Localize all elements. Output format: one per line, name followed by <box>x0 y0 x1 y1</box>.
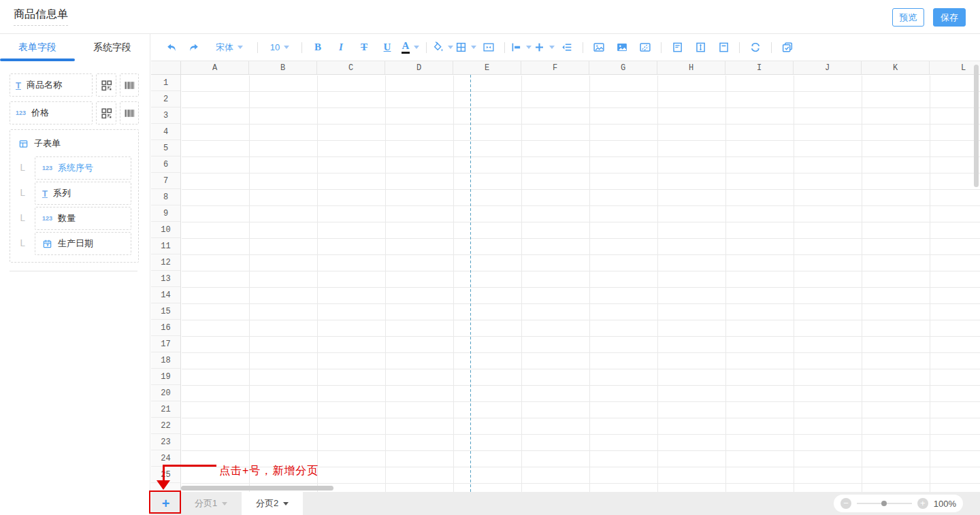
font-color-button[interactable]: A <box>399 34 422 61</box>
column-header[interactable]: H <box>657 61 725 74</box>
undo-button[interactable] <box>159 34 182 61</box>
sheet-tab-2[interactable]: 分页2 <box>242 492 303 515</box>
qrcode-button[interactable] <box>96 101 116 124</box>
row-header[interactable]: 13 <box>151 271 180 287</box>
spreadsheet-canvas: A B C D E F G H I J K L 1 2 3 <box>151 61 980 492</box>
batch-select-button[interactable] <box>776 34 799 61</box>
paint-bucket-icon <box>432 41 444 53</box>
row-header[interactable]: 23 <box>151 434 180 450</box>
strikethrough-button[interactable]: T <box>353 34 376 61</box>
subform-icon <box>18 139 29 149</box>
row-header[interactable]: 1 <box>151 75 180 91</box>
chevron-down-icon <box>549 46 555 49</box>
toolbar-separator <box>661 42 662 53</box>
row-height-button[interactable] <box>689 34 712 61</box>
row-header[interactable]: 5 <box>151 140 180 156</box>
row-header[interactable]: 4 <box>151 124 180 140</box>
refresh-button[interactable] <box>744 34 767 61</box>
fill-color-button[interactable] <box>431 34 454 61</box>
field-item-price[interactable]: 123 价格 <box>10 101 93 124</box>
italic-button[interactable]: I <box>329 34 353 61</box>
bold-button[interactable]: B <box>306 34 329 61</box>
font-family-select[interactable]: 宋体 <box>206 34 253 61</box>
column-header[interactable]: E <box>453 61 521 74</box>
vertical-scrollbar[interactable] <box>974 65 979 187</box>
copy-check-icon <box>781 41 794 53</box>
zoom-slider[interactable] <box>857 503 912 504</box>
row-header[interactable]: 17 <box>151 336 180 352</box>
row-header[interactable]: 12 <box>151 254 180 271</box>
column-header[interactable]: K <box>862 61 930 74</box>
row-header[interactable]: 10 <box>151 222 180 238</box>
row-header[interactable]: 20 <box>151 385 180 401</box>
watermark-button[interactable] <box>634 34 657 61</box>
annotation-arrowhead-icon <box>157 480 170 490</box>
row-header[interactable]: 16 <box>151 320 180 336</box>
column-header[interactable]: J <box>794 61 862 74</box>
horizontal-align-button[interactable] <box>509 34 532 61</box>
merge-cells-button[interactable] <box>477 34 500 61</box>
column-header[interactable]: I <box>725 61 794 74</box>
annotation-text: 点击+号，新增分页 <box>219 464 318 478</box>
save-button[interactable]: 保存 <box>933 8 966 27</box>
row-header[interactable]: 6 <box>151 156 180 173</box>
row-header[interactable]: 11 <box>151 238 180 254</box>
column-header[interactable]: F <box>521 61 589 74</box>
toolbar-separator <box>583 42 583 53</box>
grid-corner-cell[interactable] <box>151 61 181 75</box>
sheet-tab-bar: + 分页1 分页2 − + 100% <box>151 492 980 515</box>
borders-button[interactable] <box>454 34 477 61</box>
zoom-out-button[interactable]: − <box>840 498 851 509</box>
chevron-down-icon <box>448 46 453 49</box>
field-item-serial-number[interactable]: 123 系统序号 <box>35 156 131 180</box>
page-header-settings-button[interactable] <box>666 34 689 61</box>
barcode-button[interactable] <box>120 101 139 124</box>
zoom-in-button[interactable]: + <box>917 498 928 509</box>
column-header[interactable]: G <box>589 61 657 74</box>
field-item-quantity[interactable]: 123 数量 <box>35 207 131 230</box>
column-header[interactable]: A <box>181 61 249 74</box>
row-header[interactable]: 8 <box>151 189 180 205</box>
toolbar-separator <box>504 42 505 53</box>
redo-icon <box>189 41 200 53</box>
tab-system-fields[interactable]: 系统字段 <box>75 34 150 61</box>
indent-button[interactable] <box>555 34 578 61</box>
row-header[interactable]: 18 <box>151 352 180 369</box>
redo-button[interactable] <box>182 34 206 61</box>
zoom-slider-handle[interactable] <box>881 501 887 506</box>
field-item-series[interactable]: T 系列 <box>35 182 131 205</box>
row-header[interactable]: 7 <box>151 173 180 189</box>
field-item-product-name[interactable]: T 商品名称 <box>10 73 93 97</box>
column-header[interactable]: L <box>930 61 980 74</box>
preview-button[interactable]: 预览 <box>892 8 924 27</box>
row-header[interactable]: 9 <box>151 205 180 222</box>
row-header[interactable]: 19 <box>151 369 180 385</box>
font-size-select[interactable]: 10 <box>262 34 297 61</box>
vertical-align-button[interactable] <box>532 34 555 61</box>
field-item-production-date[interactable]: 生产日期 <box>35 232 131 255</box>
underline-button[interactable]: U <box>376 34 399 61</box>
column-header[interactable]: C <box>317 61 385 74</box>
sheet-tab-1[interactable]: 分页1 <box>180 492 242 515</box>
insert-image-button[interactable] <box>587 34 610 61</box>
watermark-icon <box>639 41 651 53</box>
grid-cells[interactable] <box>182 76 980 492</box>
horizontal-scrollbar[interactable] <box>181 486 333 491</box>
annotation-line-horizontal <box>163 465 216 467</box>
row-header[interactable]: 14 <box>151 287 180 303</box>
column-header[interactable]: D <box>385 61 453 74</box>
tab-form-fields[interactable]: 表单字段 <box>0 34 75 61</box>
row-header[interactable]: 22 <box>151 418 180 434</box>
barcode-button[interactable] <box>120 73 139 97</box>
chevron-down-icon <box>283 502 289 505</box>
qrcode-button[interactable] <box>96 73 116 97</box>
header-actions: 预览 保存 <box>892 8 966 27</box>
page-footer-settings-button[interactable] <box>712 34 735 61</box>
row-header[interactable]: 3 <box>151 107 180 124</box>
column-header[interactable]: B <box>249 61 317 74</box>
subform-child-row: L 123 系统序号 <box>17 156 131 180</box>
row-header[interactable]: 15 <box>151 303 180 320</box>
row-header[interactable]: 2 <box>151 91 180 107</box>
background-image-button[interactable] <box>610 34 634 61</box>
row-header[interactable]: 21 <box>151 401 180 418</box>
